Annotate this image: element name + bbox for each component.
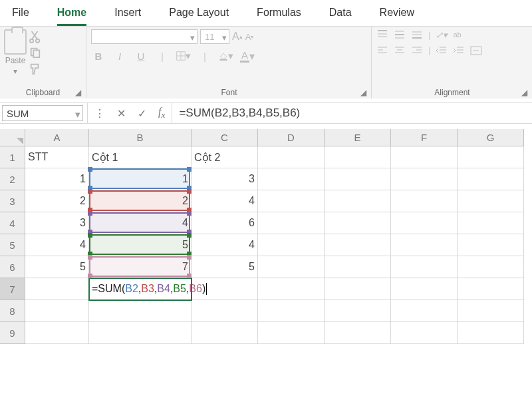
cell-D9[interactable] xyxy=(258,322,325,344)
cell-A5[interactable]: 4 xyxy=(25,234,89,256)
cell-F6[interactable] xyxy=(391,256,458,278)
align-top-icon[interactable] xyxy=(376,29,388,40)
column-header[interactable]: B xyxy=(89,129,192,146)
bold-button[interactable]: B xyxy=(91,51,106,62)
cell-F4[interactable] xyxy=(391,212,458,234)
enter-icon[interactable]: ✓ xyxy=(138,107,146,120)
cell-C1[interactable]: Cột 2 xyxy=(192,146,258,168)
cell-A2[interactable]: 1 xyxy=(25,168,89,190)
cell-E1[interactable] xyxy=(325,146,391,168)
underline-button[interactable]: U xyxy=(134,51,148,62)
cell-E3[interactable] xyxy=(325,190,391,212)
column-header[interactable]: G xyxy=(458,129,524,146)
align-middle-icon[interactable] xyxy=(394,29,406,40)
cell-C5[interactable]: 4 xyxy=(192,234,258,256)
orientation-icon[interactable]: ⤢▾ xyxy=(436,30,448,40)
dialog-launcher-icon[interactable]: ◢ xyxy=(521,88,531,97)
cell-G3[interactable] xyxy=(458,190,524,212)
cell-A3[interactable]: 2 xyxy=(25,190,89,212)
row-header[interactable]: 1 xyxy=(0,146,25,168)
cell-D6[interactable] xyxy=(258,256,325,278)
tab-home[interactable]: Home xyxy=(57,5,86,26)
tab-review[interactable]: Review xyxy=(380,5,414,26)
italic-button[interactable]: I xyxy=(112,51,127,62)
cell-C4[interactable]: 6 xyxy=(192,212,258,234)
cell-G6[interactable] xyxy=(458,256,524,278)
cut-icon[interactable] xyxy=(29,31,41,43)
row-header[interactable]: 6 xyxy=(0,256,25,278)
font-color-button[interactable]: A▾ xyxy=(240,49,255,63)
align-right-icon[interactable] xyxy=(411,46,423,55)
cell-B6[interactable]: 7 xyxy=(89,256,192,278)
cell-B5[interactable]: 5 xyxy=(89,234,192,256)
cell-E2[interactable] xyxy=(325,168,391,190)
cell-E9[interactable] xyxy=(325,322,391,344)
name-box[interactable]: SUM ▾ xyxy=(2,105,83,121)
cell-A8[interactable] xyxy=(25,300,89,322)
tab-insert[interactable]: Insert xyxy=(114,5,141,26)
decrease-font-icon[interactable]: A▾ xyxy=(245,32,254,42)
cell-F8[interactable] xyxy=(391,300,458,322)
decrease-indent-icon[interactable] xyxy=(436,46,448,55)
more-icon[interactable]: ⋮ xyxy=(94,107,105,120)
row-header[interactable]: 3 xyxy=(0,190,25,212)
cell-G7[interactable] xyxy=(458,278,524,300)
increase-indent-icon[interactable] xyxy=(453,46,465,55)
borders-button[interactable]: ▾ xyxy=(176,50,191,62)
cell-D7[interactable] xyxy=(258,278,325,300)
cell-C9[interactable] xyxy=(192,322,258,344)
row-header[interactable]: 8 xyxy=(0,300,25,322)
cell-F9[interactable] xyxy=(391,322,458,344)
tab-formulas[interactable]: Formulas xyxy=(257,5,301,26)
cell-D1[interactable] xyxy=(258,146,325,168)
cell-E5[interactable] xyxy=(325,234,391,256)
column-header[interactable]: F xyxy=(391,129,458,146)
fill-color-button[interactable]: ▾ xyxy=(219,50,233,62)
row-header[interactable]: 9 xyxy=(0,322,25,344)
format-painter-icon[interactable] xyxy=(29,63,41,75)
cell-D3[interactable] xyxy=(258,190,325,212)
column-header[interactable]: C xyxy=(192,129,258,146)
fx-icon[interactable]: fx xyxy=(158,106,165,120)
cell-E4[interactable] xyxy=(325,212,391,234)
cell-C8[interactable] xyxy=(192,300,258,322)
cell-B3[interactable]: 2 xyxy=(89,190,192,212)
tab-page-layout[interactable]: Page Layout xyxy=(169,5,229,26)
row-header[interactable]: 2 xyxy=(0,168,25,190)
dialog-launcher-icon[interactable]: ◢ xyxy=(360,88,370,97)
cell-A4[interactable]: 3 xyxy=(25,212,89,234)
column-header[interactable]: D xyxy=(258,129,325,146)
tab-file[interactable]: File xyxy=(12,5,29,26)
cell-B2[interactable]: 1 xyxy=(89,168,192,190)
column-header[interactable]: A xyxy=(25,129,89,146)
row-header[interactable]: 5 xyxy=(0,234,25,256)
cell-G1[interactable] xyxy=(458,146,524,168)
cell-D4[interactable] xyxy=(258,212,325,234)
cell-E7[interactable] xyxy=(325,278,391,300)
cell-G5[interactable] xyxy=(458,234,524,256)
cell-E6[interactable] xyxy=(325,256,391,278)
cell-G8[interactable] xyxy=(458,300,524,322)
cell-B7[interactable]: =SUM(B2,B3,B4,B5,B6) xyxy=(89,278,192,300)
align-bottom-icon[interactable] xyxy=(411,29,423,40)
paste-button[interactable]: Paste ▾ xyxy=(4,29,27,76)
align-left-icon[interactable] xyxy=(376,46,388,55)
cell-F3[interactable] xyxy=(391,190,458,212)
cell-D2[interactable] xyxy=(258,168,325,190)
font-name-combo[interactable]: ▾ xyxy=(91,29,198,44)
cell-F7[interactable] xyxy=(391,278,458,300)
cell-A1[interactable]: STT xyxy=(25,146,89,168)
cell-F2[interactable] xyxy=(391,168,458,190)
cell-D5[interactable] xyxy=(258,234,325,256)
cell-F5[interactable] xyxy=(391,234,458,256)
copy-icon[interactable] xyxy=(29,47,41,59)
cell-A9[interactable] xyxy=(25,322,89,344)
increase-font-icon[interactable]: A▴ xyxy=(232,31,243,43)
dialog-launcher-icon[interactable]: ◢ xyxy=(75,88,84,97)
cell-G9[interactable] xyxy=(458,322,524,344)
wrap-text-icon[interactable]: ab xyxy=(453,31,461,39)
column-header[interactable]: E xyxy=(325,129,391,146)
cell-F1[interactable] xyxy=(391,146,458,168)
cell-G2[interactable] xyxy=(458,168,524,190)
cell-A7[interactable] xyxy=(25,278,89,300)
